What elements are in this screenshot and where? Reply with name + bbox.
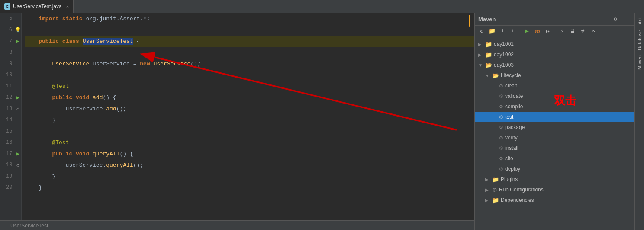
code-line-15 xyxy=(25,126,474,137)
skip-button[interactable]: ⏭ xyxy=(544,27,552,36)
tree-item-plugins[interactable]: ▶ 📁 Plugins xyxy=(475,174,634,185)
tree-item-compile[interactable]: ▶ ⚙ compile xyxy=(475,101,634,112)
split-button[interactable]: ⇄ xyxy=(579,27,587,36)
tree-label-verify: verify xyxy=(505,135,518,141)
expand-arrow-day1001: ▶ xyxy=(478,42,483,47)
gutter-line-10: 10 xyxy=(0,69,21,81)
gutter-line-15: 15 xyxy=(0,126,21,137)
gutter-line-20: 20 xyxy=(0,182,21,193)
line-gutter: 5 6 💡 7 ▶ xyxy=(0,13,22,230)
step-button[interactable]: ⇶ xyxy=(568,27,577,36)
download-button[interactable]: ⬇ xyxy=(498,27,507,36)
code-line-20: } xyxy=(25,182,474,193)
code-line-14: } xyxy=(25,114,474,126)
refresh-button[interactable]: ↻ xyxy=(477,27,486,36)
tree-item-install[interactable]: ▶ ⚙ install xyxy=(475,143,634,153)
side-tab-ant[interactable]: Ant xyxy=(636,15,643,27)
gear-icon-verify: ⚙ xyxy=(499,135,503,141)
expand-arrow-run-configs: ▶ xyxy=(485,188,490,192)
tree-label-dependencies: Dependencies xyxy=(501,197,534,203)
bulb-icon: 💡 xyxy=(15,27,21,33)
bkp-icon-18: ◇ xyxy=(16,162,19,168)
tree-label-validate: validate xyxy=(505,93,523,99)
tree-item-lifecycle[interactable]: ▼ 📂 Lifecycle xyxy=(475,70,634,81)
folder-icon-day1003: 📂 xyxy=(485,62,492,68)
tree-item-day1003[interactable]: ▼ 📂 day1003 xyxy=(475,60,634,70)
gutter-line-8: 8 xyxy=(0,47,21,58)
minimize-button[interactable]: — xyxy=(622,15,631,23)
expand-arrow-day1002: ▶ xyxy=(478,52,483,57)
tab-close-button[interactable]: × xyxy=(66,4,69,9)
side-tab-database[interactable]: Database xyxy=(636,27,643,53)
tree-label-test: test xyxy=(505,114,513,120)
scroll-marker xyxy=(469,15,470,27)
run-icon-7[interactable]: ▶ xyxy=(16,38,19,45)
tree-item-site[interactable]: ▶ ⚙ site xyxy=(475,153,634,164)
lightning-button[interactable]: ⚡ xyxy=(558,27,567,36)
code-line-10 xyxy=(25,69,474,81)
tree-label-clean: clean xyxy=(505,83,518,89)
expand-arrow-dependencies: ▶ xyxy=(485,198,490,203)
tree-label-day1001: day1001 xyxy=(494,41,514,47)
tree-label-plugins: Plugins xyxy=(501,176,518,182)
run-button[interactable]: ▶ xyxy=(523,27,531,36)
gear-icon-test: ⚙ xyxy=(499,114,503,120)
gutter-line-18: 18 ◇ xyxy=(0,159,21,171)
folder-icon-run-configs: ⚙ xyxy=(492,187,497,193)
tree-label-deploy: deploy xyxy=(505,166,520,172)
gutter-line-5: 5 xyxy=(0,13,21,24)
tree-item-day1001[interactable]: ▶ 📁 day1001 xyxy=(475,39,634,49)
code-line-8 xyxy=(25,47,474,58)
tree-item-clean[interactable]: ▶ ⚙ clean xyxy=(475,81,634,91)
side-tabs: Ant Database Maven xyxy=(634,13,644,230)
code-lines[interactable]: import static org.junit.Assert.*; public… xyxy=(22,13,474,230)
tree-label-run-configs: Run Configurations xyxy=(499,187,544,193)
tree-item-package[interactable]: ▶ ⚙ package xyxy=(475,122,634,133)
tree-label-site: site xyxy=(505,155,513,162)
toolbar-separator-2 xyxy=(555,28,555,35)
gutter-line-6: 6 💡 xyxy=(0,24,21,36)
tree-item-verify[interactable]: ▶ ⚙ verify xyxy=(475,133,634,143)
tree-label-day1003: day1003 xyxy=(494,62,514,68)
run-icon-12[interactable]: ▶ xyxy=(16,94,19,101)
code-line-16: @Test xyxy=(25,137,474,148)
code-line-13: userService.add(); xyxy=(25,103,474,114)
side-tab-maven[interactable]: Maven xyxy=(636,53,643,72)
gear-icon-clean: ⚙ xyxy=(499,83,503,89)
toolbar-separator-1 xyxy=(520,28,520,35)
folder-icon-day1002: 📁 xyxy=(485,52,492,58)
maven-panel: Maven ⚙ — ↻ 📁 ⬇ + ▶ m ⏭ ⚡ ⇶ ⇄ » ▶ xyxy=(474,13,634,230)
code-line-18: userService.queryAll(); xyxy=(25,159,474,171)
folder-icon-lifecycle: 📂 xyxy=(492,72,499,79)
filename-label: UserServiceTest xyxy=(5,221,53,230)
tree-item-dependencies[interactable]: ▶ 📁 Dependencies xyxy=(475,195,634,205)
expand-arrow-lifecycle: ▼ xyxy=(485,73,490,78)
open-folder-button[interactable]: 📁 xyxy=(488,27,496,36)
gutter-line-16: 16 xyxy=(0,137,21,148)
m-button[interactable]: m xyxy=(533,27,542,36)
maven-title: Maven xyxy=(478,16,609,23)
tree-item-validate[interactable]: ▶ ⚙ validate xyxy=(475,91,634,101)
tree-label-day1002: day1002 xyxy=(494,52,514,58)
maven-toolbar: ↻ 📁 ⬇ + ▶ m ⏭ ⚡ ⇶ ⇄ » xyxy=(475,26,634,37)
gear-icon-validate: ⚙ xyxy=(499,94,503,99)
folder-icon-day1001: 📁 xyxy=(485,41,492,48)
expand-arrow-plugins: ▶ xyxy=(485,177,490,182)
gear-icon-deploy: ⚙ xyxy=(499,166,503,172)
tree-item-test[interactable]: ▶ ⚙ test xyxy=(475,112,634,122)
run-icon-17[interactable]: ▶ xyxy=(16,151,19,157)
code-line-5: import static org.junit.Assert.*; xyxy=(25,13,474,24)
gear-icon-compile: ⚙ xyxy=(499,104,503,110)
add-button[interactable]: + xyxy=(509,27,517,36)
tree-item-deploy[interactable]: ▶ ⚙ deploy xyxy=(475,164,634,174)
tree-item-day1002[interactable]: ▶ 📁 day1002 xyxy=(475,49,634,60)
settings-button[interactable]: ⚙ xyxy=(611,15,620,23)
folder-icon-plugins: 📁 xyxy=(492,176,499,183)
more-button[interactable]: » xyxy=(589,27,598,36)
gutter-line-7: 7 ▶ xyxy=(0,36,21,47)
gutter-line-13: 13 ◇ xyxy=(0,103,21,114)
tree-item-run-configs[interactable]: ▶ ⚙ Run Configurations xyxy=(475,185,634,195)
tab-userservicetest[interactable]: C UserServiceTest.java × xyxy=(0,0,74,13)
main-area: 5 6 💡 7 ▶ xyxy=(0,13,644,230)
tree-label-compile: compile xyxy=(505,104,523,110)
